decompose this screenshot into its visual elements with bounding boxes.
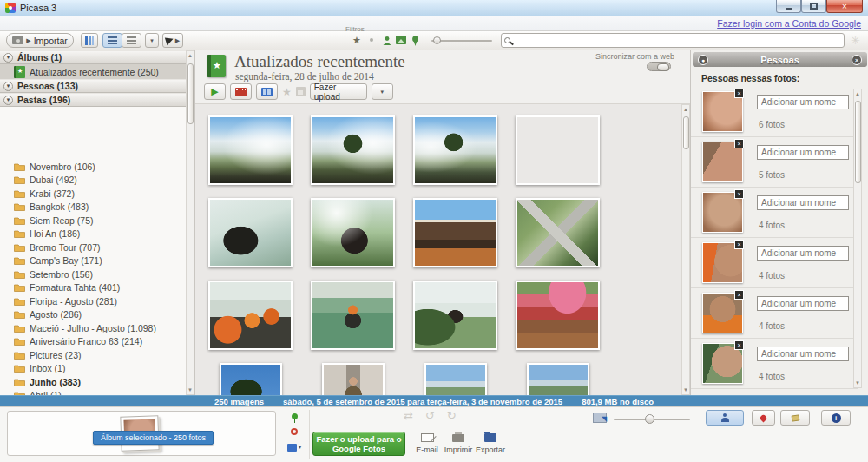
email-button[interactable]: E-mail xyxy=(411,432,443,454)
filter-starred-icon[interactable]: ★ xyxy=(352,35,361,46)
sidebar-folder-item[interactable]: Pictures (23) xyxy=(0,348,186,362)
people-view-button[interactable] xyxy=(706,410,744,426)
add-to-album-button[interactable]: ▾ xyxy=(283,440,306,454)
places-view-button[interactable] xyxy=(752,410,775,426)
add-name-input[interactable] xyxy=(757,95,849,109)
photo-thumbnail[interactable] xyxy=(311,198,395,267)
sidebar-folder-item[interactable]: Maceió - Julho - Agosto (1.098) xyxy=(0,321,186,335)
google-photos-upload-button[interactable]: Fazer o upload para o Google Fotos xyxy=(312,432,405,456)
sidebar-folder-item[interactable]: Bangkok (483) xyxy=(0,201,186,214)
sidebar-folder-item[interactable]: Junho (383) xyxy=(0,375,186,389)
scrollbar-thumb[interactable] xyxy=(187,63,194,124)
photo-thumbnail[interactable] xyxy=(208,198,293,267)
photo-thumbnail[interactable] xyxy=(516,198,600,267)
add-name-input[interactable] xyxy=(757,246,849,261)
sidebar-folder-item[interactable]: Camp's Bay (171) xyxy=(0,254,186,268)
photo-thumbnail[interactable] xyxy=(220,363,282,395)
photo-tray[interactable]: Álbum selecionado - 250 fotos xyxy=(7,411,276,456)
dismiss-face-button[interactable]: × xyxy=(734,189,744,199)
filter-date-slider[interactable] xyxy=(431,40,492,42)
sidebar-folder-item[interactable]: Formatura Tahta (401) xyxy=(0,281,186,295)
filter-photos-icon[interactable] xyxy=(396,36,406,44)
google-login-link[interactable]: Fazer login com a Conta do Google xyxy=(717,18,861,29)
sidebar-folder-item[interactable]: Floripa - Agosto (281) xyxy=(0,294,186,308)
maximize-button[interactable] xyxy=(801,0,826,13)
photo-thumbnail[interactable] xyxy=(208,116,293,185)
filter-geotag-icon[interactable] xyxy=(411,36,419,46)
sidebar-scrollbar[interactable]: ▲ ▼ xyxy=(186,50,194,395)
movie-button[interactable] xyxy=(230,83,252,100)
flat-view-button[interactable] xyxy=(102,33,122,48)
sidebar-folder-item[interactable]: Novembro (106) xyxy=(0,160,186,174)
sidebar-folder-item[interactable]: Dubai (492) xyxy=(0,174,186,188)
scrollbar-thumb[interactable] xyxy=(683,116,689,149)
quick-edit-button[interactable]: ▶ xyxy=(162,33,183,48)
filter-dot-icon[interactable] xyxy=(370,38,373,42)
add-name-input[interactable] xyxy=(757,296,849,311)
sidebar-folder-item[interactable]: Inbox (1) xyxy=(0,362,186,376)
scroll-up-icon[interactable]: ▲ xyxy=(187,53,194,58)
add-name-input[interactable] xyxy=(757,346,849,361)
add-album-button[interactable] xyxy=(81,33,98,48)
dismiss-face-button[interactable]: × xyxy=(734,139,744,148)
collage-button[interactable] xyxy=(256,83,278,100)
search-input[interactable] xyxy=(510,35,844,46)
thumbnail-zoom-icon[interactable] xyxy=(593,412,607,423)
search-box[interactable] xyxy=(501,33,845,48)
slideshow-play-button[interactable]: ▶ xyxy=(204,83,226,100)
grid-scrollbar[interactable]: ▲ ▼ xyxy=(681,104,690,395)
photo-thumbnail[interactable] xyxy=(208,280,293,350)
upload-dropdown[interactable]: ▾ xyxy=(372,83,393,100)
scrollbar-thumb[interactable] xyxy=(855,101,861,183)
slider-knob[interactable] xyxy=(645,414,654,424)
collapse-triangle-icon[interactable]: ▼ xyxy=(3,82,13,91)
panel-close-button[interactable]: × xyxy=(852,55,862,65)
dismiss-face-button[interactable]: × xyxy=(734,290,744,300)
sidebar-folder-item[interactable]: Krabi (372) xyxy=(0,187,186,201)
collapse-triangle-icon[interactable]: ▼ xyxy=(3,53,13,63)
sidebar-folder-item[interactable]: Siem Reap (75) xyxy=(0,214,186,228)
scroll-down-icon[interactable]: ▼ xyxy=(187,387,194,393)
photo-thumbnail[interactable] xyxy=(527,363,589,395)
scroll-down-icon[interactable]: ▼ xyxy=(854,380,861,386)
sidebar-section-folders[interactable]: ▼ Pastas (196) xyxy=(0,93,194,107)
sidebar-folder-item[interactable]: Aniversário Franco 63 (214) xyxy=(0,335,186,349)
thumbnail-zoom-slider[interactable] xyxy=(614,419,690,420)
properties-view-button[interactable]: i xyxy=(821,410,851,426)
sidebar-section-people[interactable]: ▼ Pessoas (133) xyxy=(0,79,194,93)
collapse-triangle-icon[interactable]: ▼ xyxy=(3,96,13,105)
slider-knob[interactable] xyxy=(433,36,441,44)
export-button[interactable]: Exportar xyxy=(475,432,506,454)
add-name-input[interactable] xyxy=(757,145,849,160)
sync-web-toggle[interactable] xyxy=(647,62,671,71)
tree-view-button[interactable] xyxy=(122,33,141,48)
photo-thumbnail[interactable] xyxy=(516,116,600,185)
close-button[interactable]: × xyxy=(826,0,863,13)
add-name-input[interactable] xyxy=(757,195,849,210)
photo-thumbnail[interactable] xyxy=(516,280,600,350)
photo-thumbnail[interactable] xyxy=(311,116,395,185)
sidebar-folder-item[interactable]: Bromo Tour (707) xyxy=(0,241,186,254)
sidebar-item-recently-updated[interactable]: Atualizados recentemente (250) xyxy=(0,64,194,79)
tags-view-button[interactable] xyxy=(780,410,810,426)
dismiss-face-button[interactable]: × xyxy=(734,89,744,98)
clear-tray-button[interactable] xyxy=(283,425,306,439)
sidebar-folder-item[interactable]: Setembro (156) xyxy=(0,267,186,281)
photo-thumbnail[interactable] xyxy=(413,280,497,350)
filter-faces-icon[interactable] xyxy=(382,36,392,46)
panel-collapse-button[interactable]: ● xyxy=(698,55,708,65)
hold-tray-button[interactable] xyxy=(283,409,306,423)
import-button[interactable]: ▶ Importar xyxy=(6,33,74,48)
photo-thumbnail[interactable] xyxy=(322,363,385,395)
dismiss-face-button[interactable]: × xyxy=(734,240,744,249)
view-options-dropdown[interactable]: ▾ xyxy=(145,33,159,48)
photo-thumbnail[interactable] xyxy=(413,198,497,267)
minimize-button[interactable] xyxy=(776,0,801,13)
print-button[interactable]: Imprimir xyxy=(443,432,474,454)
sidebar-folder-item[interactable]: Hoi An (186) xyxy=(0,228,186,241)
photo-thumbnail[interactable] xyxy=(311,280,395,350)
photo-thumbnail[interactable] xyxy=(413,116,497,185)
upload-button[interactable]: Fazer upload xyxy=(310,83,367,100)
sidebar-section-albums[interactable]: ▼ Álbuns (1) xyxy=(0,50,194,64)
sidebar-folder-item[interactable]: Agosto (286) xyxy=(0,308,186,322)
